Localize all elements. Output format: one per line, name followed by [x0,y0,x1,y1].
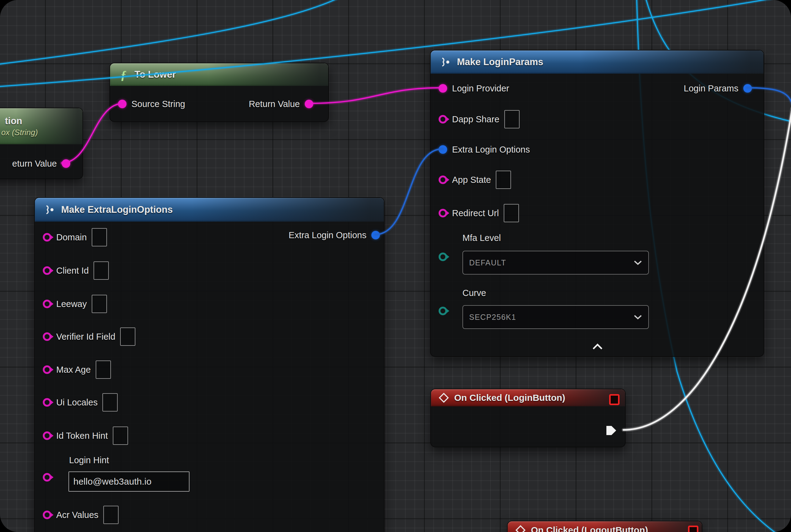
node-on-clicked-login[interactable]: On Clicked (LoginButton) [430,388,626,447]
return-value-pin[interactable] [305,100,313,108]
pin-label: Redirect Url [452,208,499,218]
collapse-chevron-icon[interactable] [592,343,604,350]
acr-values-pin[interactable] [43,511,51,519]
acr-values-value-box[interactable] [103,506,119,524]
pin-label: Mfa Level [462,233,501,243]
login-params-out-pin[interactable] [743,84,752,93]
make-struct-icon [439,57,451,67]
node-title: Make LoginParams [457,57,543,68]
ui-locales-pin[interactable] [43,398,51,407]
node-subtitle: ox (String) [1,128,38,137]
return-value-pin[interactable] [62,159,70,168]
graph-canvas[interactable]: tion ox (String) eturn Value ƒ To Lower … [0,0,791,532]
mfa-level-pin[interactable] [439,252,447,261]
mfa-level-value: DEFAULT [469,258,506,267]
pin-label: Id Token Hint [56,431,108,441]
pin-label: Return Value [249,99,300,109]
domain-value-box[interactable] [92,228,107,246]
id-token-hint-pin[interactable] [43,432,51,440]
client-id-value-box[interactable] [94,261,109,280]
blueprint-editor: tion ox (String) eturn Value ƒ To Lower … [0,0,791,532]
pin-label: Leeway [56,299,87,309]
redirect-url-value-box[interactable] [504,204,519,222]
exec-out-pin[interactable] [606,426,616,435]
pin-label: Max Age [56,365,91,375]
pin-label: Verifier Id Field [56,332,115,342]
node-title: On Clicked (LoginButton) [454,393,565,403]
curve-value: SECP256K1 [469,313,516,322]
event-diamond-icon [515,525,526,532]
pin-label: Extra Login Options [452,145,530,155]
delegate-pin[interactable] [609,394,619,405]
pin-label: Login Provider [452,83,509,94]
extra-login-options-out-pin[interactable] [371,231,380,240]
verifier-id-field-value-box[interactable] [120,327,135,346]
leeway-pin[interactable] [43,300,51,308]
pin-label: Login Hint [69,455,109,466]
chevron-down-icon [634,260,642,265]
pin-label: Login Params [684,83,738,94]
app-state-pin[interactable] [439,175,447,184]
pin-label: App State [452,175,491,185]
extra-login-options-in-pin[interactable] [439,145,447,154]
pin-label: Curve [462,288,486,298]
leeway-value-box[interactable] [92,295,107,313]
node-title: tion [5,116,22,127]
source-string-pin[interactable] [118,100,127,108]
pin-label: Extra Login Options [289,230,366,240]
login-hint-pin[interactable] [43,473,51,481]
node-left-partial[interactable]: tion ox (String) eturn Value [0,108,83,179]
pin-label: Source String [131,99,185,109]
login-hint-field[interactable]: hello@web3auth.io [69,472,190,492]
node-title: On Clicked (LogoutButton) [531,525,648,532]
chevron-down-icon [634,315,642,320]
node-make-login-params[interactable]: Make LoginParams Login Provider Dapp Sha… [430,50,764,357]
pin-label: Dapp Share [452,114,499,125]
mfa-level-dropdown[interactable]: DEFAULT [462,251,649,274]
pin-label: Domain [56,232,87,243]
node-make-extra-login-options[interactable]: Make ExtraLoginOptions Domain Client Id … [34,197,385,532]
app-state-value-box[interactable] [496,171,511,189]
client-id-pin[interactable] [43,266,51,275]
node-to-lower[interactable]: ƒ To Lower Source String Return Value [110,63,329,122]
node-title: To Lower [134,69,176,80]
login-hint-value: hello@web3auth.io [73,476,152,487]
ui-locales-value-box[interactable] [102,393,118,412]
curve-pin[interactable] [439,307,447,315]
redirect-url-pin[interactable] [439,209,447,217]
curve-dropdown[interactable]: SECP256K1 [462,305,649,329]
login-provider-pin[interactable] [439,84,447,93]
max-age-value-box[interactable] [96,360,111,379]
event-diamond-icon [438,392,449,403]
pin-label: Acr Values [56,510,98,520]
function-icon: ƒ [120,68,127,82]
max-age-pin[interactable] [43,365,51,374]
pin-label: Client Id [56,266,89,276]
dapp-share-value-box[interactable] [504,110,520,128]
pin-label: eturn Value [12,159,57,169]
node-title: Make ExtraLoginOptions [61,204,173,215]
verifier-id-field-pin[interactable] [43,332,51,341]
nodes-layer: tion ox (String) eturn Value ƒ To Lower … [0,0,791,532]
domain-pin[interactable] [43,233,51,242]
make-struct-icon [43,205,56,215]
node-on-clicked-logout[interactable]: On Clicked (LogoutButton) [507,521,702,532]
dapp-share-pin[interactable] [439,115,447,124]
id-token-hint-value-box[interactable] [113,426,128,445]
pin-label: Ui Locales [56,397,97,407]
delegate-pin[interactable] [688,526,698,532]
